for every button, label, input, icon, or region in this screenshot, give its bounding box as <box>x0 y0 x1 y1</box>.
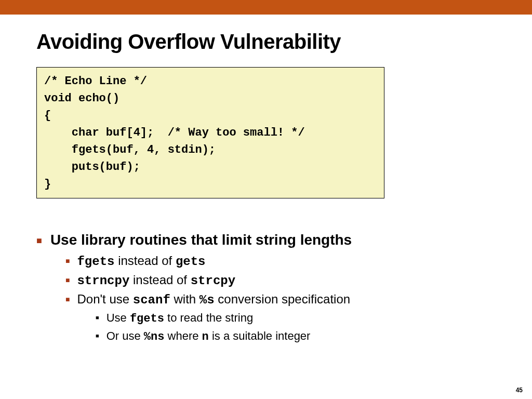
text-span: Don't use <box>77 292 132 306</box>
slide-title: Avoiding Overflow Vulnerability <box>36 30 496 54</box>
text-span: Use <box>107 311 130 324</box>
square-bullet-icon: ■ <box>65 257 70 265</box>
text-span: instead of <box>129 273 190 287</box>
code-inline: scanf <box>133 293 170 307</box>
code-inline: strncpy <box>77 274 129 288</box>
text-span: where <box>164 329 202 342</box>
bullet-text: Don't use scanf with %s conversion speci… <box>77 292 350 307</box>
code-inline: %s <box>200 293 215 307</box>
bullet-lvl2-strncpy: ■ strncpy instead of strcpy <box>65 273 496 288</box>
bullet-list: ■ Use library routines that limit string… <box>36 232 496 343</box>
text-span: with <box>170 292 200 306</box>
text-span: conversion specification <box>215 292 350 306</box>
bullet-text: fgets instead of gets <box>77 254 205 269</box>
code-block: /* Echo Line */ void echo() { char buf[4… <box>36 67 384 198</box>
text-span: Or use <box>107 329 144 342</box>
code-inline: n <box>202 330 209 343</box>
bullet-lvl2-scanf: ■ Don't use scanf with %s conversion spe… <box>65 292 496 307</box>
slide-content: Avoiding Overflow Vulnerability /* Echo … <box>0 15 532 343</box>
top-accent-bar <box>0 0 532 15</box>
bullet-lvl2-fgets: ■ fgets instead of gets <box>65 254 496 269</box>
bullet-text: strncpy instead of strcpy <box>77 273 235 288</box>
bullet-text: Or use %ns where n is a suitable integer <box>107 329 311 343</box>
code-inline: strcpy <box>191 274 235 288</box>
square-bullet-icon: ■ <box>36 235 42 246</box>
page-number: 45 <box>516 387 523 394</box>
bullet-lvl3-use-ns: ■ Or use %ns where n is a suitable integ… <box>96 329 496 343</box>
code-inline: fgets <box>77 255 114 269</box>
square-bullet-icon: ■ <box>65 276 70 284</box>
square-bullet-icon: ■ <box>96 314 99 321</box>
bullet-text: Use library routines that limit string l… <box>50 232 352 248</box>
code-inline: %ns <box>144 330 165 343</box>
bullet-text: Use fgets to read the string <box>107 311 253 325</box>
square-bullet-icon: ■ <box>96 332 99 339</box>
bullet-lvl3-use-fgets: ■ Use fgets to read the string <box>96 311 496 325</box>
text-span: instead of <box>114 254 175 268</box>
code-inline: gets <box>176 255 206 269</box>
text-span: is a suitable integer <box>209 329 311 342</box>
square-bullet-icon: ■ <box>65 295 70 303</box>
text-span: to read the string <box>164 311 253 324</box>
bullet-lvl1: ■ Use library routines that limit string… <box>36 232 496 248</box>
code-inline: fgets <box>130 312 164 325</box>
